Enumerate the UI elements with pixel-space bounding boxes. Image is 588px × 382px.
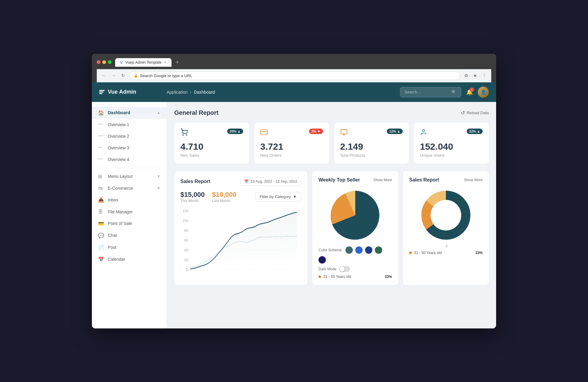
overview3-icon: 〰 [98, 145, 104, 151]
sidebar-item-label: Point of Sale [108, 221, 132, 226]
last-month-label: Last Month [212, 199, 237, 203]
main-content: General Report ↺ Reload Data [167, 102, 496, 328]
search-box[interactable]: 🔍 [400, 87, 461, 97]
svg-point-1 [186, 135, 187, 135]
notification-button[interactable]: 🔔 1 [466, 89, 473, 96]
extensions-icon[interactable]: ⚙ [463, 72, 469, 79]
back-button[interactable]: ← [100, 72, 107, 79]
sidebar-item-label: Menu Layout [108, 174, 133, 179]
sales-report-right-card: Sales Report Show More [403, 171, 489, 285]
stat-card-new-orders: 2% ▼ 3.721 New Orders [254, 122, 329, 164]
stats-grid: 33% ▲ 4.710 Item Sales [174, 122, 489, 164]
inbox-icon: 📥 [98, 197, 104, 203]
new-tab-button[interactable]: + [173, 58, 182, 67]
close-traffic-light[interactable] [97, 60, 100, 64]
search-icon: 🔍 [451, 90, 457, 95]
sidebar-item-label: Overview 3 [108, 145, 129, 150]
app-header: Vue Admin Application › Dashboard 🔍 🔔 1 … [92, 82, 496, 102]
date-range-text: 13 Aug, 2022 - 13 Sep, 2022 [251, 179, 297, 184]
chevron-down-icon: ▼ [157, 186, 160, 190]
reload-button[interactable]: ↻ [120, 72, 126, 79]
svg-text:$1000: $1000 [183, 219, 188, 223]
app-layout: 🏠 Dashboard ▲ 〰 Overview 1 〰 Overview 2 [92, 102, 496, 328]
weekly-show-more-button[interactable]: Show More [373, 178, 392, 182]
color-dot-4[interactable] [375, 246, 382, 254]
menu-icon[interactable]: ⋮ [481, 72, 488, 79]
sales-report-main-header: Sales Report 📅 13 Aug, 2022 - 13 Sep, 20… [180, 177, 301, 186]
sidebar-item-overview1[interactable]: 〰 Overview 1 [92, 119, 167, 130]
svg-text:$400: $400 [184, 248, 188, 252]
sidebar-item-file-manager[interactable]: 🗄 File Manager [92, 206, 167, 218]
header-right: 🔍 🔔 1 👤 [400, 87, 489, 98]
sidebar-item-calendar[interactable]: 📅 Calendar [92, 253, 167, 265]
sales-right-show-more-button[interactable]: Show More [464, 178, 483, 182]
svg-point-0 [183, 135, 183, 135]
sidebar-divider-1 [98, 168, 160, 168]
color-dot-5[interactable] [318, 256, 326, 264]
line-chart: $1200 $1000 $800 $600 $400 $200 $0 [180, 208, 301, 275]
donut-chart-container [409, 188, 483, 243]
color-scheme-row: Color Scheme [318, 246, 392, 264]
chart-stats: $15,000 This Month $10,000 Last Month Fi… [180, 191, 301, 203]
sidebar-item-label: File Manager [108, 209, 133, 214]
bookmark-icon[interactable]: ★ [472, 72, 478, 79]
user-avatar[interactable]: 👤 [478, 87, 489, 98]
tab-close-button[interactable]: ✕ [164, 60, 167, 64]
line-chart-svg: $1200 $1000 $800 $600 $400 $200 $0 [180, 208, 301, 275]
color-dot-2[interactable] [355, 246, 363, 254]
sidebar-item-label: Calendar [108, 257, 125, 262]
overview1-icon: 〰 [98, 122, 104, 127]
svg-text:$1200: $1200 [183, 209, 188, 213]
sidebar-item-overview2[interactable]: 〰 Overview 2 [92, 130, 167, 142]
reload-icon: ↺ [461, 110, 465, 116]
sidebar-item-chat[interactable]: 💬 Chat [92, 230, 167, 242]
filter-category-button[interactable]: Filter by Category ▼ [255, 192, 301, 201]
post-icon: 📄 [98, 245, 104, 250]
color-dot-3[interactable] [365, 246, 372, 254]
date-range[interactable]: 📅 13 Aug, 2022 - 13 Sep, 2022 [240, 177, 301, 186]
stat-card-unique-visitor: 22% ▲ 152.040 Unique Visitor [414, 122, 489, 164]
weekly-top-seller-header: Weekly Top Seller Show More [318, 177, 392, 183]
file-manager-icon: 🗄 [98, 209, 104, 215]
chevron-up-icon: ▲ [157, 110, 160, 115]
tab-title: Vuejs Admin Template [125, 60, 161, 65]
menu-layout-icon: ⊞ [98, 174, 104, 179]
sidebar-item-dashboard[interactable]: 🏠 Dashboard ▲ [92, 107, 167, 119]
sales-right-legend-dot [409, 252, 412, 254]
dark-mode-toggle[interactable] [339, 266, 350, 272]
unique-visitor-badge: 22% ▲ [467, 129, 483, 134]
sidebar-item-menu-layout[interactable]: ⊞ Menu Layout ▼ [92, 170, 167, 182]
sidebar-item-label: Overview 4 [108, 157, 129, 162]
search-input[interactable] [405, 90, 449, 94]
sidebar-item-post[interactable]: 📄 Post [92, 242, 167, 253]
sidebar-item-overview4[interactable]: 〰 Overview 4 [92, 154, 167, 165]
general-report-header: General Report ↺ Reload Data [174, 109, 489, 116]
chevron-down-icon: ▼ [293, 194, 297, 199]
sidebar-item-overview3[interactable]: 〰 Overview 3 [92, 142, 167, 154]
weekly-top-seller-title: Weekly Top Seller [318, 177, 360, 183]
forward-button[interactable]: → [110, 72, 117, 79]
last-month-stat: $10,000 Last Month [212, 191, 237, 203]
active-tab[interactable]: V Vuejs Admin Template ✕ [115, 58, 172, 67]
reload-label: Reload Data [467, 110, 489, 115]
fullscreen-traffic-light[interactable] [108, 60, 111, 64]
address-bar[interactable]: 🔒 Search Google or type a URL [129, 72, 460, 80]
total-products-badge: 12% ▲ [387, 129, 403, 134]
calendar-icon: 📅 [244, 179, 249, 184]
minimize-traffic-light[interactable] [102, 60, 106, 64]
sidebar-item-label: Overview 1 [108, 122, 129, 127]
stat-card-item-sales: 33% ▲ 4.710 Item Sales [174, 122, 249, 164]
sidebar-item-ecommerce[interactable]: 🛍 E-Commerce ▼ [92, 182, 167, 194]
brand-icon [99, 90, 105, 94]
sidebar-item-point-of-sale[interactable]: 💳 Point of Sale [92, 218, 167, 230]
dashboard-icon: 🏠 [98, 110, 104, 116]
item-sales-value: 4.710 [180, 141, 243, 152]
sidebar-item-inbox[interactable]: 📥 Inbox [92, 194, 167, 206]
sidebar-item-label: Overview 2 [108, 134, 129, 139]
legend-pct: 33% [385, 275, 392, 279]
chevron-down-icon: ▼ [157, 174, 160, 178]
reload-data-button[interactable]: ↺ Reload Data [461, 110, 489, 116]
sidebar: 🏠 Dashboard ▲ 〰 Overview 1 〰 Overview 2 [92, 102, 167, 328]
address-text: Search Google or type a URL [140, 73, 192, 78]
color-dot-1[interactable] [345, 246, 353, 254]
